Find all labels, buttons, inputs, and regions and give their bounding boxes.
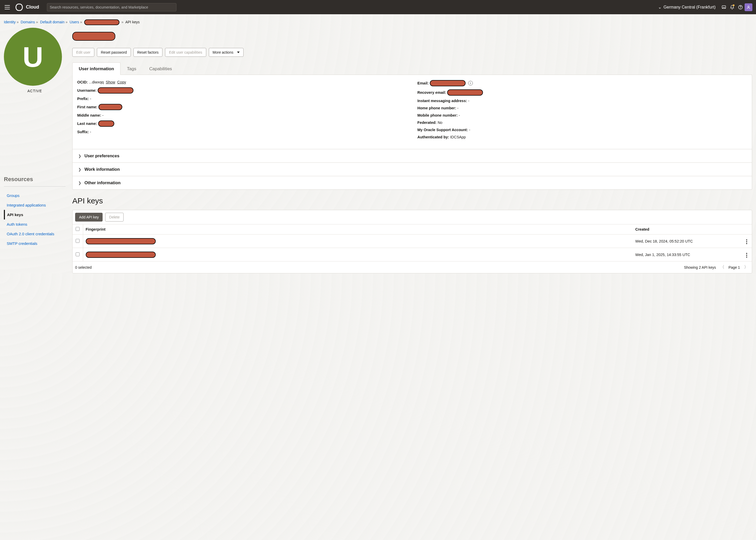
- accordion-other-information[interactable]: ❯ Other information: [72, 176, 752, 190]
- ocid-copy-link[interactable]: Copy: [117, 80, 126, 84]
- svg-point-3: [748, 6, 749, 7]
- suffix-value: -: [90, 130, 91, 134]
- resources-nav: Groups Integrated applications API keys …: [4, 191, 65, 248]
- ocid-label: OCID:: [77, 80, 88, 84]
- delete-api-key-button[interactable]: Delete: [105, 213, 123, 221]
- sidebar-item-api-keys[interactable]: API keys: [4, 210, 65, 219]
- email-redacted: [430, 80, 465, 86]
- table-row: Wed, Jan 1, 2025, 14:33:55 UTC: [72, 248, 752, 261]
- reset-factors-button[interactable]: Reset factors: [133, 48, 163, 57]
- sidebar-item-auth-tokens[interactable]: Auth tokens: [4, 219, 65, 229]
- user-avatar-letter: U: [23, 41, 43, 73]
- breadcrumb: Identity» Domains» Default domain» Users…: [0, 14, 756, 28]
- menu-icon[interactable]: [4, 4, 11, 11]
- region-selector[interactable]: ⌄ Germany Central (Frankfurt): [658, 5, 715, 10]
- chevron-right-icon: ❯: [78, 181, 81, 185]
- table-row: Wed, Dec 18, 2024, 05:52:20 UTC: [72, 234, 752, 248]
- region-label: Germany Central (Frankfurt): [664, 5, 715, 10]
- brand-label: Cloud: [26, 4, 39, 10]
- ocid-show-link[interactable]: Show: [106, 80, 115, 84]
- search-input[interactable]: Search resources, services, documentatio…: [47, 3, 177, 11]
- tabs: User information Tags Capabilities: [72, 62, 752, 75]
- row-checkbox[interactable]: [76, 239, 79, 243]
- tab-user-information[interactable]: User information: [72, 63, 120, 75]
- notifications-icon[interactable]: [728, 3, 736, 11]
- more-actions-label: More actions: [213, 50, 233, 55]
- more-actions-button[interactable]: More actions: [209, 48, 244, 57]
- username-label: Username:: [77, 88, 97, 92]
- recovery-email-label: Recovery email:: [417, 90, 446, 94]
- accordion-work-information-label: Work information: [84, 167, 120, 172]
- info-icon[interactable]: i: [468, 81, 473, 85]
- mos-label: My Oracle Support Account:: [417, 128, 468, 132]
- first-name-label: First name:: [77, 105, 97, 109]
- page-label: Page 1: [728, 265, 740, 269]
- last-name-label: Last name:: [77, 121, 97, 126]
- breadcrumb-identity[interactable]: Identity: [4, 20, 16, 24]
- breadcrumb-current: API keys: [125, 20, 140, 24]
- col-fingerprint: Fingerprint: [83, 224, 633, 234]
- auth-by-label: Authenticated by:: [417, 135, 449, 139]
- announcements-icon[interactable]: [720, 3, 728, 11]
- prefix-value: -: [90, 97, 91, 101]
- chevron-right-icon: ❯: [78, 167, 81, 172]
- add-api-key-button[interactable]: Add API key: [75, 213, 103, 221]
- row-actions-icon[interactable]: [745, 238, 748, 245]
- user-avatar: U: [4, 28, 62, 86]
- pager: Showing 2 API keys 〈 Page 1 〉: [684, 265, 749, 270]
- home-phone-value: -: [457, 106, 458, 110]
- user-avatar-icon[interactable]: [745, 3, 752, 11]
- reset-password-button[interactable]: Reset password: [97, 48, 131, 57]
- oracle-logo-icon: [16, 4, 23, 11]
- breadcrumb-domains[interactable]: Domains: [21, 20, 35, 24]
- breadcrumb-users[interactable]: Users: [70, 20, 79, 24]
- sidebar-item-smtp-credentials[interactable]: SMTP credentials: [4, 239, 65, 248]
- sidebar-item-oauth-credentials[interactable]: OAuth 2.0 client credentials: [4, 229, 65, 239]
- resources-heading: Resources: [4, 176, 65, 187]
- selected-count: 0 selected: [75, 265, 92, 269]
- edit-user-button[interactable]: Edit user: [72, 48, 94, 57]
- row-checkbox[interactable]: [76, 252, 79, 256]
- edit-user-capabilities-button[interactable]: Edit user capabilities: [165, 48, 206, 57]
- page-title-redacted: [72, 32, 115, 41]
- accordion-user-preferences[interactable]: ❯ User preferences: [72, 149, 752, 163]
- search-placeholder: Search resources, services, documentatio…: [50, 5, 148, 9]
- created-value: Wed, Dec 18, 2024, 05:52:20 UTC: [633, 234, 741, 248]
- tab-tags[interactable]: Tags: [120, 63, 143, 75]
- chevron-right-icon: ❯: [78, 154, 81, 158]
- breadcrumb-user-redacted: [84, 19, 119, 25]
- middle-name-label: Middle name:: [77, 113, 101, 117]
- fingerprint-redacted: [86, 252, 156, 258]
- chevron-down-icon: ⌄: [658, 5, 662, 10]
- federated-value: No: [438, 120, 442, 125]
- user-status: ACTIVE: [4, 89, 65, 93]
- mobile-phone-value: -: [458, 113, 460, 117]
- accordion-user-preferences-label: User preferences: [84, 153, 119, 158]
- showing-text: Showing 2 API keys: [684, 265, 716, 269]
- middle-name-value: -: [102, 113, 104, 117]
- im-value: -: [468, 99, 469, 103]
- sidebar-item-integrated-applications[interactable]: Integrated applications: [4, 200, 65, 210]
- email-label: Email:: [417, 81, 429, 85]
- tab-capabilities[interactable]: Capabilities: [143, 63, 179, 75]
- mobile-phone-label: Mobile phone number:: [417, 113, 457, 117]
- sidebar-item-groups[interactable]: Groups: [4, 191, 65, 200]
- accordion-work-information[interactable]: ❯ Work information: [72, 163, 752, 176]
- caret-down-icon: [237, 52, 240, 53]
- federated-label: Federated:: [417, 120, 437, 125]
- prev-page-icon[interactable]: 〈: [719, 265, 725, 270]
- next-page-icon[interactable]: 〉: [743, 265, 749, 270]
- first-name-redacted: [98, 104, 122, 110]
- breadcrumb-default-domain[interactable]: Default domain: [40, 20, 64, 24]
- home-phone-label: Home phone number:: [417, 106, 456, 110]
- username-redacted: [98, 87, 133, 93]
- api-keys-heading: API keys: [72, 197, 752, 205]
- svg-point-2: [740, 8, 741, 8]
- select-all-checkbox[interactable]: [76, 227, 79, 231]
- im-label: Instant messaging address:: [417, 99, 467, 103]
- last-name-redacted: [98, 120, 114, 127]
- help-icon[interactable]: [736, 3, 745, 11]
- row-actions-icon[interactable]: [745, 252, 748, 259]
- accordion-other-information-label: Other information: [84, 180, 120, 185]
- api-keys-panel: Add API key Delete Fingerprint Created: [72, 210, 752, 273]
